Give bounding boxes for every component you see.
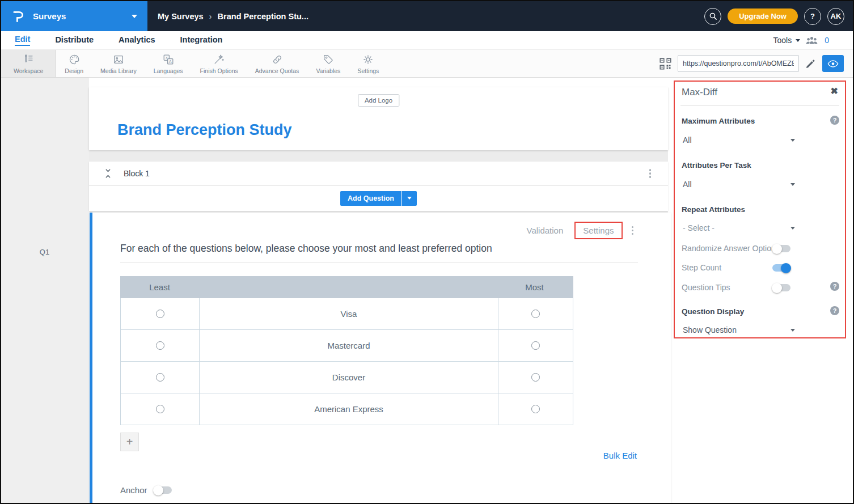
block-menu-button[interactable] bbox=[647, 167, 654, 180]
toolbar-item-label: Variables bbox=[316, 67, 340, 74]
toolbar-right-cluster bbox=[659, 50, 853, 77]
app-switcher-label: Surveys bbox=[33, 11, 66, 21]
preview-button[interactable] bbox=[822, 55, 844, 72]
bulk-edit-link[interactable]: Bulk Edit bbox=[603, 451, 637, 460]
search-icon bbox=[709, 12, 717, 20]
chevron-down-icon[interactable] bbox=[790, 139, 795, 142]
maxdiff-table-header: Least Most bbox=[120, 276, 573, 298]
maximum-attributes-select[interactable]: All bbox=[683, 135, 692, 145]
breadcrumb-parent[interactable]: My Surveys bbox=[158, 12, 204, 21]
app-window: Surveys My Surveys › Brand Perception St… bbox=[0, 0, 854, 504]
add-question-split-button: Add Question bbox=[340, 191, 417, 206]
least-radio[interactable] bbox=[156, 341, 164, 350]
chevron-down-icon[interactable] bbox=[790, 183, 795, 186]
least-radio[interactable] bbox=[156, 373, 164, 382]
help-icon[interactable]: ? bbox=[830, 282, 839, 291]
tools-menu[interactable]: Tools bbox=[773, 36, 801, 45]
help-icon[interactable]: ? bbox=[830, 306, 839, 315]
toolbar-item-label: Media Library bbox=[100, 67, 137, 74]
toolbar-item-workspace[interactable]: Workspace bbox=[1, 50, 56, 77]
question-display-select[interactable]: Show Question bbox=[683, 325, 737, 334]
toolbar-item-media-library[interactable]: Media Library bbox=[92, 50, 145, 77]
tab-distribute[interactable]: Distribute bbox=[55, 35, 94, 45]
tab-edit[interactable]: Edit bbox=[15, 35, 30, 46]
upgrade-now-button[interactable]: Upgrade Now bbox=[728, 9, 798, 24]
search-button[interactable] bbox=[704, 8, 721, 25]
question-tips-label: Question Tips bbox=[682, 283, 730, 292]
tools-label: Tools bbox=[773, 36, 792, 45]
least-radio[interactable] bbox=[156, 310, 164, 318]
breadcrumb: My Surveys › Brand Perception Stu... bbox=[158, 11, 308, 21]
toolbar-item-settings[interactable]: Settings bbox=[349, 50, 387, 77]
toolbar-item-variables[interactable]: Variables bbox=[307, 50, 349, 77]
question-menu-button[interactable] bbox=[629, 224, 636, 238]
pencil-icon bbox=[805, 58, 816, 69]
workspace-icon bbox=[22, 53, 35, 66]
tab-integration[interactable]: Integration bbox=[180, 35, 223, 45]
attribute-label[interactable]: Mastercard bbox=[200, 330, 498, 361]
media-library-icon bbox=[112, 53, 125, 66]
maxdiff-settings-panel: Max-Diff ✖ Maximum Attributes ? All Attr… bbox=[674, 81, 846, 338]
table-row: American Express bbox=[120, 393, 573, 425]
table-row: Mastercard bbox=[120, 330, 573, 362]
toolbar-item-advance-quotas[interactable]: Advance Quotas bbox=[247, 50, 308, 77]
help-button[interactable]: ? bbox=[804, 8, 821, 25]
most-column-header: Most bbox=[497, 282, 572, 292]
question-tab-row: Validation Settings bbox=[522, 222, 636, 239]
block-title[interactable]: Block 1 bbox=[124, 169, 150, 178]
add-question-dropdown-button[interactable] bbox=[402, 191, 417, 206]
panel-title: Max-Diff bbox=[682, 87, 717, 98]
add-question-button[interactable]: Add Question bbox=[340, 191, 401, 206]
collapse-block-button[interactable] bbox=[104, 168, 112, 179]
question-number-label[interactable]: Q1 bbox=[1, 248, 88, 256]
toolbar-item-design[interactable]: Design bbox=[56, 50, 92, 77]
avatar[interactable]: AK bbox=[827, 8, 844, 25]
qr-code-icon bbox=[659, 58, 671, 70]
step-count-toggle[interactable] bbox=[772, 264, 790, 272]
toolbar-item-languages[interactable]: x A Languages bbox=[145, 50, 192, 77]
question-list-sidebar: Q1 bbox=[1, 78, 88, 503]
chevron-down-icon[interactable] bbox=[790, 227, 795, 230]
most-radio[interactable] bbox=[531, 341, 540, 350]
toolbar-item-finish-options[interactable]: Finish Options bbox=[192, 50, 247, 77]
randomize-answer-options-toggle[interactable] bbox=[772, 245, 790, 252]
block-header: Block 1 bbox=[89, 162, 668, 186]
close-panel-button[interactable]: ✖ bbox=[831, 86, 838, 96]
attribute-label[interactable]: Discover bbox=[200, 362, 498, 393]
chevron-down-icon bbox=[796, 39, 800, 42]
tag-icon bbox=[322, 53, 335, 66]
tab-settings-highlighted[interactable]: Settings bbox=[574, 222, 622, 239]
tab-analytics[interactable]: Analytics bbox=[119, 35, 155, 45]
survey-url-input[interactable] bbox=[678, 55, 799, 72]
nav-tab-bar: Edit Distribute Analytics Integration To… bbox=[1, 31, 853, 49]
repeat-attributes-select[interactable]: - Select - bbox=[683, 223, 715, 232]
table-row: Discover bbox=[120, 362, 573, 393]
chevron-down-icon[interactable] bbox=[790, 329, 795, 332]
help-icon[interactable]: ? bbox=[830, 116, 839, 125]
nav-right-cluster: Tools 0 bbox=[773, 36, 839, 45]
questionpro-logo bbox=[11, 9, 26, 24]
question-tips-toggle[interactable] bbox=[772, 284, 790, 291]
add-logo-button[interactable]: Add Logo bbox=[358, 94, 399, 107]
anchor-toggle[interactable] bbox=[154, 486, 172, 494]
most-radio[interactable] bbox=[531, 373, 540, 382]
least-radio[interactable] bbox=[156, 405, 164, 413]
attribute-label[interactable]: Visa bbox=[200, 298, 498, 329]
most-radio[interactable] bbox=[531, 310, 540, 318]
most-radio[interactable] bbox=[531, 405, 540, 413]
collaborators-icon[interactable] bbox=[805, 36, 818, 45]
breadcrumb-current: Brand Perception Stu... bbox=[218, 12, 308, 21]
question-text[interactable]: For each of the questions below, please … bbox=[120, 243, 492, 255]
add-attribute-button[interactable]: + bbox=[120, 433, 139, 451]
maxdiff-table: Least Most Visa Mastercard Discover bbox=[120, 276, 573, 425]
toolbar-item-label: Advance Quotas bbox=[255, 67, 299, 74]
app-switcher[interactable]: Surveys bbox=[1, 1, 147, 31]
attributes-per-task-select[interactable]: All bbox=[683, 180, 692, 189]
edit-url-button[interactable] bbox=[805, 58, 816, 69]
survey-header-card: Add Logo Brand Perception Study bbox=[89, 87, 668, 150]
qr-code-button[interactable] bbox=[659, 58, 671, 70]
tab-validation[interactable]: Validation bbox=[522, 222, 568, 239]
attribute-label[interactable]: American Express bbox=[200, 393, 498, 425]
survey-title[interactable]: Brand Perception Study bbox=[117, 121, 292, 139]
step-count-label: Step Count bbox=[682, 263, 721, 272]
